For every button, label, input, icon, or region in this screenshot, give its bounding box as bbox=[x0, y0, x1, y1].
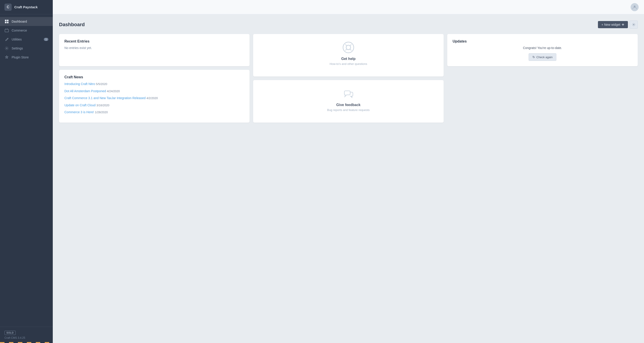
sidebar-header: C Craft Paystack bbox=[0, 0, 53, 14]
give-feedback-subtitle: Bug reports and feature requests bbox=[327, 108, 370, 112]
list-item: Commerce 3 is Here! 1/28/2020 bbox=[64, 110, 244, 115]
svg-point-9 bbox=[346, 45, 350, 50]
updates-title: Updates bbox=[452, 39, 632, 43]
news-items-list: Introducing Craft Nitro 5/5/2020Dot All … bbox=[64, 82, 244, 115]
get-help-subtitle: How-to's and other questions bbox=[330, 62, 367, 66]
settings-icon bbox=[4, 46, 9, 51]
news-link[interactable]: Introducing Craft Nitro bbox=[64, 82, 95, 86]
updates-widget: Updates Congrats! You're up-to-date. ↻ C… bbox=[447, 34, 638, 66]
refresh-icon: ↻ bbox=[532, 55, 535, 59]
check-again-button[interactable]: ↻ Check again bbox=[528, 53, 556, 61]
svg-line-10 bbox=[346, 45, 347, 46]
new-widget-label: + New widget bbox=[602, 23, 620, 27]
plugin-store-icon bbox=[4, 55, 9, 60]
feedback-icon bbox=[342, 87, 355, 100]
main-area: Dashboard + New widget Recent Entries N bbox=[53, 0, 644, 343]
sidebar-nav: Dashboard Commerce Utilities 1 bbox=[0, 14, 53, 327]
craft-news-widget: Craft News Introducing Craft Nitro 5/5/2… bbox=[59, 70, 250, 123]
recent-entries-empty: No entries exist yet. bbox=[64, 46, 244, 50]
give-feedback-widget[interactable]: Give feedback Bug reports and feature re… bbox=[253, 80, 444, 123]
svg-point-6 bbox=[634, 6, 636, 8]
help-feedback-column: Get help How-to's and other questions Gi… bbox=[253, 34, 444, 123]
news-date: 3/16/2020 bbox=[96, 104, 109, 107]
svg-point-5 bbox=[6, 48, 8, 49]
new-widget-button[interactable]: + New widget bbox=[598, 21, 628, 28]
news-date: 1/28/2020 bbox=[95, 111, 108, 114]
sidebar-item-commerce[interactable]: Commerce bbox=[0, 26, 53, 35]
news-date: 4/2/2020 bbox=[146, 96, 158, 100]
dashboard-icon bbox=[4, 19, 9, 24]
svg-rect-3 bbox=[7, 22, 8, 23]
help-icon bbox=[342, 41, 355, 54]
sidebar-item-commerce-label: Commerce bbox=[12, 29, 27, 32]
svg-rect-0 bbox=[5, 20, 6, 21]
craft-news-title: Craft News bbox=[64, 75, 244, 79]
sidebar-item-utilities-label: Utilities bbox=[12, 38, 22, 41]
list-item: Update on Craft Cloud 3/16/2020 bbox=[64, 103, 244, 108]
get-help-title: Get help bbox=[341, 57, 356, 61]
page-title: Dashboard bbox=[59, 22, 85, 28]
utilities-badge: 1 bbox=[44, 38, 48, 41]
news-date: 4/24/2020 bbox=[107, 90, 120, 93]
list-item: Introducing Craft Nitro 5/5/2020 bbox=[64, 82, 244, 86]
list-item: Dot All Amsterdam Postponed 4/24/2020 bbox=[64, 89, 244, 94]
sidebar-item-dashboard[interactable]: Dashboard bbox=[0, 17, 53, 26]
sidebar-item-settings-label: Settings bbox=[12, 47, 23, 50]
svg-point-7 bbox=[633, 24, 634, 25]
sidebar-item-dashboard-label: Dashboard bbox=[12, 20, 27, 23]
header-actions: + New widget bbox=[598, 21, 638, 29]
sidebar-item-plugin-store[interactable]: Plugin Store bbox=[0, 53, 53, 62]
topbar bbox=[53, 0, 644, 14]
svg-point-8 bbox=[343, 42, 354, 53]
svg-line-12 bbox=[346, 49, 347, 51]
svg-line-11 bbox=[350, 45, 352, 46]
get-help-widget[interactable]: Get help How-to's and other questions bbox=[253, 34, 444, 77]
sidebar: C Craft Paystack Dashboard bbox=[0, 0, 53, 343]
check-again-label: Check again bbox=[536, 56, 552, 59]
news-link[interactable]: Commerce 3 is Here! bbox=[64, 110, 94, 114]
news-link[interactable]: Dot All Amsterdam Postponed bbox=[64, 89, 106, 93]
version-text: Craft CMS 3.4.25 bbox=[4, 336, 48, 339]
list-item: Craft Commerce 3.1 and New TaxJar Integr… bbox=[64, 96, 244, 101]
settings-button[interactable] bbox=[630, 21, 638, 29]
user-avatar[interactable] bbox=[630, 3, 639, 11]
app-logo: C bbox=[4, 4, 12, 11]
svg-rect-1 bbox=[7, 20, 8, 21]
svg-rect-2 bbox=[5, 22, 6, 23]
content-header: Dashboard + New widget bbox=[59, 21, 638, 29]
sidebar-item-settings[interactable]: Settings bbox=[0, 44, 53, 53]
app-name: Craft Paystack bbox=[14, 5, 38, 9]
sidebar-item-plugin-store-label: Plugin Store bbox=[12, 56, 28, 59]
news-link[interactable]: Update on Craft Cloud bbox=[64, 103, 96, 107]
sidebar-item-utilities[interactable]: Utilities 1 bbox=[0, 35, 53, 44]
sidebar-stripe bbox=[0, 342, 53, 343]
recent-entries-title: Recent Entries bbox=[64, 39, 244, 43]
svg-rect-4 bbox=[5, 29, 8, 32]
commerce-icon bbox=[4, 28, 9, 33]
solo-badge: SOLO bbox=[4, 331, 16, 335]
updates-congrats-text: Congrats! You're up-to-date. bbox=[452, 46, 632, 50]
sidebar-footer: SOLO Craft CMS 3.4.25 bbox=[0, 327, 53, 343]
svg-line-13 bbox=[350, 49, 352, 51]
recent-entries-widget: Recent Entries No entries exist yet. bbox=[59, 34, 250, 66]
news-date: 5/5/2020 bbox=[96, 82, 107, 86]
news-link[interactable]: Craft Commerce 3.1 and New TaxJar Integr… bbox=[64, 96, 146, 100]
widgets-grid: Recent Entries No entries exist yet. bbox=[59, 34, 638, 123]
give-feedback-title: Give feedback bbox=[336, 103, 361, 107]
utilities-icon bbox=[4, 37, 9, 42]
content-area: Dashboard + New widget Recent Entries N bbox=[53, 14, 644, 343]
